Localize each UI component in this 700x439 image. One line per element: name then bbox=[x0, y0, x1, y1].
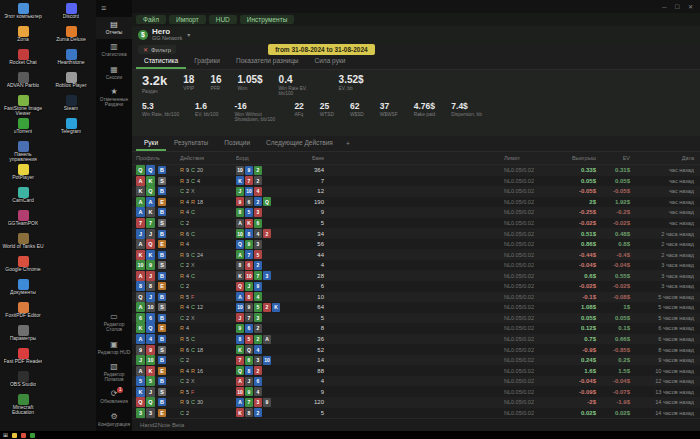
table-row[interactable]: 33EC2K825NL0.05/0.020.02$0.02$14 часов н… bbox=[132, 408, 700, 418]
add-tab-button[interactable]: + bbox=[341, 138, 355, 151]
desktop-icon[interactable]: Fast PDF Reader bbox=[1, 348, 45, 369]
table-row[interactable]: KJSR5F10949NL0.05/0.02-0.09$-0.07$13 час… bbox=[132, 386, 700, 397]
desktop-icon[interactable]: CamCard bbox=[1, 187, 45, 208]
desktop-icon[interactable]: Панель управления bbox=[1, 141, 45, 162]
close-button[interactable]: ✕ bbox=[688, 3, 693, 10]
board-cards: A739 bbox=[236, 398, 298, 407]
table-row[interactable]: JJBR6C1084234NL0.05/0.020.51$0.48$2 часа… bbox=[132, 228, 700, 239]
table-row[interactable]: QQBR9C201092364NL0.05/0.020.33$0.31$час … bbox=[132, 165, 700, 176]
desktop-icon[interactable]: Google Chrome bbox=[1, 256, 45, 277]
sidebar-item-редактор-столов[interactable]: ▭Редактор Столов bbox=[96, 309, 132, 337]
stat-label: Win Rate EV, bb/100 bbox=[279, 86, 323, 97]
taskbar-explorer-icon[interactable] bbox=[12, 433, 17, 438]
desktop-icon[interactable]: FastStone Image Viewer bbox=[1, 95, 45, 116]
tab-результаты[interactable]: Результаты bbox=[166, 137, 216, 151]
table-row[interactable]: A4BR5C852A36NL0.05/0.020.7$0.66$6 часов … bbox=[132, 334, 700, 345]
maximize-button[interactable]: ☐ bbox=[675, 3, 680, 10]
table-row[interactable]: J10BC27631014NL0.05/0.020.24$0.2$9 часов… bbox=[132, 355, 700, 366]
table-row[interactable]: 109SC2X8624NL0.05/0.02-0.04$-0.04$3 часа… bbox=[132, 260, 700, 271]
table-row[interactable]: 99SR6C18KQ452NL0.05/0.02-0.9$-0.85$8 час… bbox=[132, 344, 700, 355]
column-header: Лимит bbox=[504, 155, 562, 161]
table-row[interactable]: KKBR9C24A7544NL0.05/0.02-0.44$-0.4$2 час… bbox=[132, 249, 700, 260]
table-row[interactable]: AKBR4C8539NL0.05/0.02-0.25$-0.2$час наза… bbox=[132, 207, 700, 218]
filter-clear-chip[interactable]: ✕ Фильтр bbox=[138, 45, 176, 54]
card-3h: 3 bbox=[254, 398, 262, 407]
desktop-icon[interactable]: Zuma Deluxe bbox=[49, 26, 93, 47]
stat-value: 0.4 bbox=[279, 74, 323, 85]
taskbar-hand2note-icon[interactable] bbox=[30, 433, 35, 438]
sidebar-item-редактор-hud[interactable]: ▣Редактор HUD bbox=[96, 337, 132, 359]
sidebar-item-сессии[interactable]: ▦Сессии bbox=[96, 62, 132, 84]
table-row[interactable]: KQER49628NL0.05/0.020.12$0.1$6 часов наз… bbox=[132, 323, 700, 334]
sidebar-item-конфигурация[interactable]: ⚙Конфигурация bbox=[96, 409, 132, 431]
pot-size: 120 bbox=[298, 399, 324, 405]
minimize-button[interactable]: ─ bbox=[662, 4, 666, 10]
table-row[interactable]: AKER4R16Q8288NL0.05/0.021.6$1.5$10 часов… bbox=[132, 365, 700, 376]
desktop-icon[interactable]: PotPlayer bbox=[1, 164, 45, 185]
card-8h: 8 bbox=[245, 292, 253, 301]
desktop-icon[interactable]: World of Tanks EU bbox=[1, 233, 45, 254]
desktop-icon[interactable]: Rocket Chat bbox=[1, 49, 45, 70]
desktop-icon[interactable]: uTorrent bbox=[1, 118, 45, 139]
tab-следующие-действия[interactable]: Следующие Действия bbox=[258, 137, 341, 151]
desktop-icon[interactable]: Roblox Player bbox=[49, 72, 93, 93]
table-row[interactable]: 77SC2AK65NL0.05/0.02-0.02$-0.02$час наза… bbox=[132, 218, 700, 229]
sidebar-item-статистика[interactable]: ▥Статистика bbox=[96, 39, 132, 61]
sidebar-item-редактор-попапов[interactable]: ▧Редактор Попапов bbox=[96, 359, 132, 387]
table-row[interactable]: AQER4Q9356NL0.05/0.020.86$0.8$2 часа наз… bbox=[132, 239, 700, 250]
date-range-filter[interactable]: from 31-08-2024 to 31-08-2024 bbox=[268, 44, 375, 55]
tab-позиции[interactable]: Позиции bbox=[216, 137, 258, 151]
tab-статистика[interactable]: Статистика bbox=[136, 55, 186, 69]
menu-hud[interactable]: HUD bbox=[209, 15, 237, 24]
menu-импорт[interactable]: Импорт bbox=[169, 15, 206, 24]
desktop-icon[interactable]: FoxitPDF Editor bbox=[1, 302, 45, 323]
tab-руки[interactable]: Руки bbox=[136, 137, 166, 151]
table-row[interactable]: 88EC2QJ96NL0.05/0.02-0.02$-0.02$3 часа н… bbox=[132, 281, 700, 292]
desktop-icon[interactable]: Документы bbox=[1, 279, 45, 300]
table-row[interactable]: AAER4R18962Q190NL0.05/0.022$1.92$час наз… bbox=[132, 197, 700, 208]
menu-hamburger-icon[interactable]: ≡ bbox=[96, 0, 132, 17]
stat-label: WTSD bbox=[320, 112, 334, 117]
chevron-down-icon[interactable]: ▾ bbox=[187, 31, 190, 38]
start-button[interactable]: ⊞ bbox=[3, 432, 8, 438]
desktop-icon[interactable]: Hearthstone bbox=[49, 49, 93, 70]
taskbar-chrome-icon[interactable] bbox=[21, 433, 26, 438]
table-row[interactable]: KQBC2XJ10412NL0.05/0.02-0.05$-0.05$час н… bbox=[132, 186, 700, 197]
ev-amount: 0.2$ bbox=[596, 357, 630, 363]
table-row[interactable]: 55BC2XAJ64NL0.05/0.02-0.04$-0.04$12 часо… bbox=[132, 376, 700, 387]
action-token: 4 bbox=[186, 304, 189, 310]
stake-label: NL0.05/0.02 bbox=[504, 368, 562, 374]
desktop-icon[interactable]: Zona bbox=[1, 26, 45, 47]
table-row[interactable]: AJBR4CK107328NL0.05/0.020.6$0.55$3 часа … bbox=[132, 270, 700, 281]
tab-графики[interactable]: Графики bbox=[186, 55, 228, 69]
desktop-icon[interactable]: Telegram bbox=[49, 118, 93, 139]
stat-w$wsf: 37W$WSF bbox=[380, 102, 398, 123]
sidebar-item-отмеченные-раздачи[interactable]: ★Отмеченные Раздачи bbox=[96, 84, 132, 112]
table-row[interactable]: QJBR5FA8410NL0.05/0.02-0.1$-0.08$5 часов… bbox=[132, 292, 700, 303]
tab-сила-руки[interactable]: Сила руки bbox=[307, 55, 354, 69]
table-row[interactable]: 66BC2XJ735NL0.05/0.020.05$0.05$5 часов н… bbox=[132, 313, 700, 324]
desktop-icon[interactable]: GGTeamPOK bbox=[1, 210, 45, 231]
desktop-icon[interactable]: ADVAN Parblo bbox=[1, 72, 45, 93]
desktop-icon-label: Fast PDF Reader bbox=[4, 359, 43, 364]
pot-size: 12 bbox=[298, 188, 324, 194]
desktop-icon[interactable]: Параметры bbox=[1, 325, 45, 346]
board-cards: J73 bbox=[236, 313, 298, 322]
desktop-icon[interactable]: Этот компьютер bbox=[1, 3, 45, 24]
table-row[interactable]: A10SR4C1210952K64NL0.05/0.021.08$1$5 час… bbox=[132, 302, 700, 313]
tab-показатели-разницы[interactable]: Показатели разницы bbox=[228, 55, 307, 69]
sidebar-item-обновления[interactable]: ⟳1Обновления bbox=[96, 386, 132, 408]
menu-файл[interactable]: Файл bbox=[136, 15, 166, 24]
table-row[interactable]: AKSR3C4K727NL0.05/0.020.05$0.05$час наза… bbox=[132, 176, 700, 187]
position-badge: B bbox=[158, 272, 166, 280]
menu-инструменты[interactable]: Инструменты bbox=[240, 15, 295, 24]
desktop-icon[interactable]: Minecraft Education bbox=[1, 394, 45, 415]
sidebar-item-отчеты[interactable]: ▤Отчеты bbox=[96, 17, 132, 39]
table-row[interactable]: QQBR9C30A739120NL0.05/0.02-2$-1.9$14 час… bbox=[132, 397, 700, 408]
desktop-icon[interactable]: Discord bbox=[49, 3, 93, 24]
desktop-icon[interactable]: Steam bbox=[49, 95, 93, 116]
win-amount: -0.9$ bbox=[562, 347, 596, 353]
position-badge: E bbox=[158, 240, 166, 248]
hand-date: 8 часов назад bbox=[630, 347, 700, 353]
desktop-icon[interactable]: OBS Studio bbox=[1, 371, 45, 392]
